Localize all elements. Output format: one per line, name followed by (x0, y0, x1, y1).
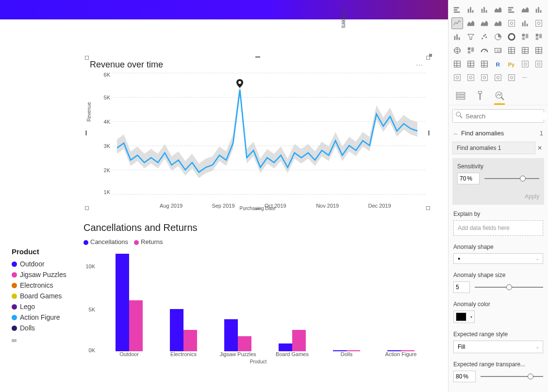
slicer-item[interactable]: Board Games (12, 291, 80, 301)
slicer-item[interactable]: Lego (12, 301, 80, 312)
bar-group[interactable] (379, 350, 423, 351)
viz-donut-icon[interactable] (506, 31, 517, 43)
anomaly-instance-chip[interactable]: Find anomalies 1 (452, 142, 535, 154)
resize-handle[interactable] (85, 131, 87, 135)
anomaly-shape-size-slider[interactable] (475, 287, 543, 288)
viz-stacked-bar-v-icon[interactable] (465, 4, 477, 16)
search-input[interactable] (465, 113, 547, 120)
viz-clustered-bar-v-icon[interactable] (479, 4, 490, 16)
viz-waterfall-icon[interactable] (519, 17, 531, 29)
viz-area-icon[interactable] (465, 17, 477, 29)
viz-decomposition-icon[interactable] (533, 58, 545, 70)
viz-shield-icon[interactable] (465, 45, 477, 56)
viz-pie-icon[interactable] (492, 31, 504, 43)
viz-clustered-bar-h-icon[interactable] (506, 4, 517, 16)
scrollbar[interactable] (12, 339, 80, 343)
sensitivity-value-input[interactable]: 70% (457, 173, 480, 184)
slicer-item[interactable]: Outdoor (12, 259, 80, 269)
legend-item[interactable]: Returns (134, 238, 163, 245)
viz-multi-row-icon[interactable] (519, 45, 531, 56)
viz-card-icon[interactable]: 123 (492, 45, 504, 56)
viz-paginated-icon[interactable] (479, 72, 490, 83)
anomaly-shape-dropdown[interactable]: ● ⌵ (453, 253, 543, 264)
viz-stacked-100-v-icon[interactable] (492, 4, 504, 16)
anomaly-color-dropdown[interactable]: ▾ (453, 310, 475, 323)
viz-matrix2-icon[interactable] (479, 58, 490, 70)
anomaly-marker-icon[interactable] (236, 79, 243, 90)
resize-handle[interactable] (428, 131, 430, 135)
resize-handle[interactable] (85, 56, 89, 60)
viz-map-filled-icon[interactable] (533, 31, 545, 43)
bar[interactable] (292, 330, 306, 351)
anomaly-shape-size-input[interactable]: 5 (453, 281, 470, 293)
slicer-item[interactable]: Dolls (12, 323, 80, 333)
viz-matrix-icon[interactable] (451, 58, 463, 70)
filters-pane-toggle[interactable]: ◁ Filters (339, 2, 348, 31)
resize-handle[interactable] (85, 206, 89, 210)
bar-group[interactable] (107, 254, 151, 351)
bar[interactable] (347, 350, 360, 351)
viz-stacked-bar-h-icon[interactable] (451, 4, 463, 16)
explain-by-field-well[interactable]: Add data fields here (453, 220, 543, 236)
bar-group[interactable] (216, 319, 260, 352)
viz-key-influencer-icon[interactable] (519, 58, 531, 70)
viz-chat-icon[interactable] (465, 72, 477, 83)
viz-funnel-icon[interactable] (465, 31, 477, 43)
bar-group[interactable] (162, 309, 205, 352)
fields-tab[interactable] (455, 90, 466, 101)
viz-line-clustered-icon[interactable] (506, 17, 517, 29)
viz-auto-icon[interactable] (506, 72, 517, 83)
viz-scatter-icon[interactable] (479, 31, 490, 43)
viz-scatter-line-icon[interactable] (533, 17, 545, 29)
format-tab[interactable] (475, 90, 485, 101)
viz-qna-icon[interactable] (451, 72, 463, 83)
expected-range-transparency-input[interactable]: 80% (453, 371, 476, 382)
bar[interactable] (401, 350, 415, 351)
bar[interactable] (279, 343, 292, 351)
viz-ribbon-icon[interactable] (533, 4, 545, 16)
remove-anomaly-button[interactable]: ✕ (535, 145, 544, 151)
viz-line-stacked-icon[interactable] (492, 17, 504, 29)
viz-globe-icon[interactable] (451, 45, 463, 56)
analytics-tab[interactable] (494, 90, 505, 101)
slicer-item[interactable]: Electronics (12, 280, 80, 291)
viz-kpi-icon[interactable] (506, 45, 517, 56)
bar[interactable] (170, 309, 183, 352)
viz-line-icon[interactable] (451, 17, 463, 29)
find-anomalies-header[interactable]: ︿ Find anomalies 1 (448, 127, 548, 140)
resize-handle[interactable] (255, 208, 260, 210)
viz-stacked-100-h-icon[interactable] (519, 4, 531, 16)
expected-range-transparency-slider[interactable] (481, 376, 543, 377)
viz-treemap-icon[interactable] (519, 31, 531, 43)
expected-range-style-dropdown[interactable]: Fill ⌵ (453, 341, 543, 353)
bar[interactable] (116, 254, 129, 351)
report-canvas[interactable]: ◁ Filters Revenue over time ··· Revenue (0, 0, 448, 392)
slicer-item[interactable]: Action Figure (12, 312, 80, 323)
resize-handle[interactable] (255, 56, 260, 58)
viz-r-icon[interactable]: R (492, 58, 504, 70)
revenue-line-chart-visual[interactable]: Revenue over time ··· Revenue 6K 5K 4K 3… (86, 57, 429, 209)
viz-table-icon[interactable] (533, 45, 545, 56)
bar[interactable] (387, 350, 401, 351)
viz-more-icon[interactable]: ··· (519, 72, 531, 83)
bar[interactable] (183, 330, 197, 351)
cancellations-bar-chart-visual[interactable]: Cancellations and Returns Cancellations … (83, 222, 433, 364)
viz-table2-icon[interactable] (465, 58, 477, 70)
product-slicer[interactable]: Product OutdoorJigsaw PuzzlesElectronics… (12, 247, 80, 333)
bar-group[interactable] (325, 350, 368, 351)
viz-column-line-icon[interactable] (451, 31, 463, 43)
viz-powerapps-icon[interactable] (492, 72, 504, 83)
sensitivity-slider[interactable] (484, 178, 539, 179)
viz-gauge-icon[interactable] (479, 45, 490, 56)
viz-stacked-area-icon[interactable] (479, 17, 490, 29)
bar-group[interactable] (270, 330, 314, 351)
bar[interactable] (129, 300, 143, 351)
legend-item[interactable]: Cancellations (83, 238, 128, 245)
viz-py-icon[interactable]: Py (506, 58, 517, 70)
bar[interactable] (224, 319, 238, 352)
more-icon[interactable]: ··· (416, 61, 423, 68)
search-box[interactable] (452, 109, 544, 123)
bar[interactable] (238, 336, 251, 352)
slicer-item[interactable]: Jigsaw Puzzles (12, 269, 80, 280)
bar[interactable] (333, 350, 347, 351)
